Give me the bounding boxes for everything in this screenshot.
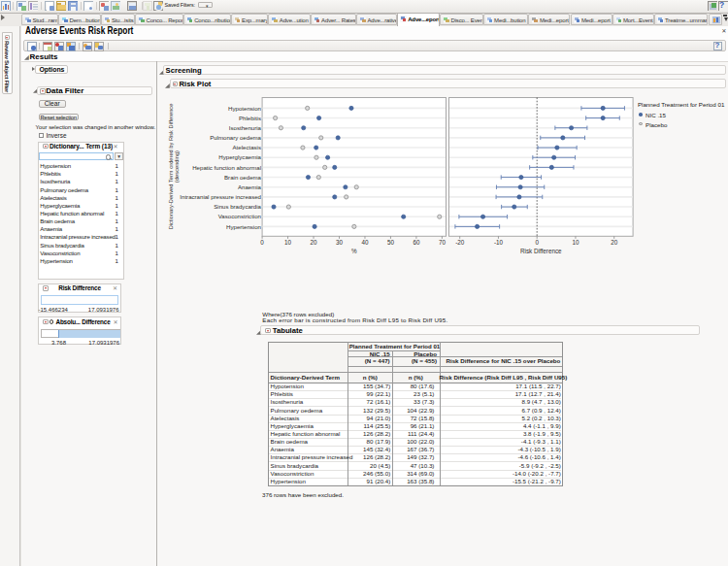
svg-text:Atelectasis: Atelectasis xyxy=(233,144,261,150)
svg-text:Brain oedema: Brain oedema xyxy=(224,174,262,181)
svg-text:Pulmonary oedema: Pulmonary oedema xyxy=(210,134,261,141)
svg-text:0: 0 xyxy=(535,239,539,246)
svg-text:40: 40 xyxy=(361,239,369,246)
svg-text:Sinus bradycardia: Sinus bradycardia xyxy=(214,203,261,210)
svg-text:Phlebitis: Phlebitis xyxy=(239,115,261,121)
svg-text:60: 60 xyxy=(413,239,420,246)
svg-text:10: 10 xyxy=(572,239,579,246)
svg-text:-10: -10 xyxy=(494,239,504,246)
svg-text:Vasoconstriction: Vasoconstriction xyxy=(218,213,261,219)
svg-text:(descending): (descending) xyxy=(174,150,180,183)
svg-text:Isosthenuria: Isosthenuria xyxy=(229,124,262,131)
svg-text:50: 50 xyxy=(387,239,395,246)
svg-text:0: 0 xyxy=(260,239,264,246)
svg-text:20: 20 xyxy=(311,239,318,246)
svg-text:Risk Difference: Risk Difference xyxy=(520,248,562,254)
svg-text:Hyperglycaemia: Hyperglycaemia xyxy=(218,153,261,160)
svg-text:70: 70 xyxy=(439,239,447,246)
svg-text:10: 10 xyxy=(284,239,292,246)
svg-text:-20: -20 xyxy=(455,239,465,246)
svg-text:%: % xyxy=(351,248,357,254)
svg-text:Intracranial pressure increase: Intracranial pressure increased xyxy=(180,193,261,200)
svg-text:Hypertension: Hypertension xyxy=(226,223,261,230)
svg-text:30: 30 xyxy=(336,239,344,246)
svg-text:Hepatic function abnormal: Hepatic function abnormal xyxy=(192,164,261,171)
svg-text:Anaemia: Anaemia xyxy=(238,183,262,190)
svg-text:Hypotension: Hypotension xyxy=(228,105,261,112)
svg-text:20: 20 xyxy=(611,239,618,246)
